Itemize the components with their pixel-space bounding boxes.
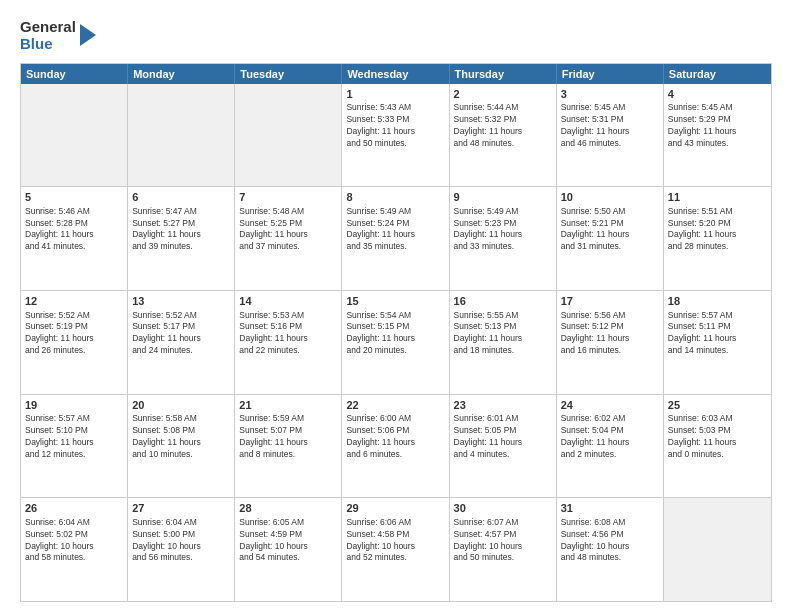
- weekday-header-tuesday: Tuesday: [235, 64, 342, 84]
- calendar-cell-r4c4: 30Sunrise: 6:07 AM Sunset: 4:57 PM Dayli…: [450, 498, 557, 601]
- header: General Blue: [20, 18, 772, 53]
- cell-info: Sunrise: 6:07 AM Sunset: 4:57 PM Dayligh…: [454, 517, 552, 564]
- cell-info: Sunrise: 5:55 AM Sunset: 5:13 PM Dayligh…: [454, 310, 552, 357]
- cell-info: Sunrise: 5:46 AM Sunset: 5:28 PM Dayligh…: [25, 206, 123, 253]
- calendar-cell-r0c1: [128, 84, 235, 187]
- day-number: 19: [25, 398, 123, 413]
- calendar-cell-r3c1: 20Sunrise: 5:58 AM Sunset: 5:08 PM Dayli…: [128, 395, 235, 498]
- cell-info: Sunrise: 5:43 AM Sunset: 5:33 PM Dayligh…: [346, 102, 444, 149]
- logo: General Blue: [20, 18, 97, 53]
- day-number: 30: [454, 501, 552, 516]
- calendar-cell-r2c3: 15Sunrise: 5:54 AM Sunset: 5:15 PM Dayli…: [342, 291, 449, 394]
- calendar-cell-r1c4: 9Sunrise: 5:49 AM Sunset: 5:23 PM Daylig…: [450, 187, 557, 290]
- calendar-cell-r2c5: 17Sunrise: 5:56 AM Sunset: 5:12 PM Dayli…: [557, 291, 664, 394]
- cell-info: Sunrise: 5:57 AM Sunset: 5:11 PM Dayligh…: [668, 310, 767, 357]
- logo-line2: Blue: [20, 35, 76, 52]
- logo-arrow-icon: [79, 22, 97, 48]
- day-number: 21: [239, 398, 337, 413]
- calendar-row-3: 19Sunrise: 5:57 AM Sunset: 5:10 PM Dayli…: [21, 395, 771, 499]
- day-number: 10: [561, 190, 659, 205]
- day-number: 15: [346, 294, 444, 309]
- calendar-cell-r4c2: 28Sunrise: 6:05 AM Sunset: 4:59 PM Dayli…: [235, 498, 342, 601]
- cell-info: Sunrise: 6:04 AM Sunset: 5:02 PM Dayligh…: [25, 517, 123, 564]
- calendar-row-4: 26Sunrise: 6:04 AM Sunset: 5:02 PM Dayli…: [21, 498, 771, 601]
- calendar-cell-r4c6: [664, 498, 771, 601]
- calendar-cell-r3c4: 23Sunrise: 6:01 AM Sunset: 5:05 PM Dayli…: [450, 395, 557, 498]
- day-number: 1: [346, 87, 444, 102]
- day-number: 2: [454, 87, 552, 102]
- calendar-cell-r2c0: 12Sunrise: 5:52 AM Sunset: 5:19 PM Dayli…: [21, 291, 128, 394]
- weekday-header-thursday: Thursday: [450, 64, 557, 84]
- cell-info: Sunrise: 5:57 AM Sunset: 5:10 PM Dayligh…: [25, 413, 123, 460]
- day-number: 26: [25, 501, 123, 516]
- weekday-header-monday: Monday: [128, 64, 235, 84]
- day-number: 17: [561, 294, 659, 309]
- calendar-cell-r3c3: 22Sunrise: 6:00 AM Sunset: 5:06 PM Dayli…: [342, 395, 449, 498]
- cell-info: Sunrise: 6:00 AM Sunset: 5:06 PM Dayligh…: [346, 413, 444, 460]
- day-number: 28: [239, 501, 337, 516]
- cell-info: Sunrise: 6:05 AM Sunset: 4:59 PM Dayligh…: [239, 517, 337, 564]
- cell-info: Sunrise: 5:50 AM Sunset: 5:21 PM Dayligh…: [561, 206, 659, 253]
- calendar-cell-r0c2: [235, 84, 342, 187]
- calendar-cell-r3c0: 19Sunrise: 5:57 AM Sunset: 5:10 PM Dayli…: [21, 395, 128, 498]
- logo-container: General Blue: [20, 18, 97, 53]
- weekday-header-saturday: Saturday: [664, 64, 771, 84]
- weekday-header-friday: Friday: [557, 64, 664, 84]
- cell-info: Sunrise: 5:47 AM Sunset: 5:27 PM Dayligh…: [132, 206, 230, 253]
- day-number: 12: [25, 294, 123, 309]
- calendar-cell-r0c0: [21, 84, 128, 187]
- calendar-body: 1Sunrise: 5:43 AM Sunset: 5:33 PM Daylig…: [21, 84, 771, 602]
- cell-info: Sunrise: 5:49 AM Sunset: 5:24 PM Dayligh…: [346, 206, 444, 253]
- day-number: 27: [132, 501, 230, 516]
- calendar-cell-r1c5: 10Sunrise: 5:50 AM Sunset: 5:21 PM Dayli…: [557, 187, 664, 290]
- calendar-header: SundayMondayTuesdayWednesdayThursdayFrid…: [21, 64, 771, 84]
- calendar-row-1: 5Sunrise: 5:46 AM Sunset: 5:28 PM Daylig…: [21, 187, 771, 291]
- cell-info: Sunrise: 5:58 AM Sunset: 5:08 PM Dayligh…: [132, 413, 230, 460]
- calendar-cell-r0c6: 4Sunrise: 5:45 AM Sunset: 5:29 PM Daylig…: [664, 84, 771, 187]
- day-number: 29: [346, 501, 444, 516]
- cell-info: Sunrise: 5:44 AM Sunset: 5:32 PM Dayligh…: [454, 102, 552, 149]
- calendar-cell-r0c5: 3Sunrise: 5:45 AM Sunset: 5:31 PM Daylig…: [557, 84, 664, 187]
- calendar-cell-r4c5: 31Sunrise: 6:08 AM Sunset: 4:56 PM Dayli…: [557, 498, 664, 601]
- calendar-row-0: 1Sunrise: 5:43 AM Sunset: 5:33 PM Daylig…: [21, 84, 771, 188]
- day-number: 5: [25, 190, 123, 205]
- calendar-cell-r0c3: 1Sunrise: 5:43 AM Sunset: 5:33 PM Daylig…: [342, 84, 449, 187]
- weekday-header-sunday: Sunday: [21, 64, 128, 84]
- cell-info: Sunrise: 6:08 AM Sunset: 4:56 PM Dayligh…: [561, 517, 659, 564]
- cell-info: Sunrise: 5:45 AM Sunset: 5:31 PM Dayligh…: [561, 102, 659, 149]
- calendar-cell-r4c3: 29Sunrise: 6:06 AM Sunset: 4:58 PM Dayli…: [342, 498, 449, 601]
- day-number: 4: [668, 87, 767, 102]
- cell-info: Sunrise: 5:59 AM Sunset: 5:07 PM Dayligh…: [239, 413, 337, 460]
- calendar-cell-r3c5: 24Sunrise: 6:02 AM Sunset: 5:04 PM Dayli…: [557, 395, 664, 498]
- weekday-header-wednesday: Wednesday: [342, 64, 449, 84]
- calendar-cell-r2c2: 14Sunrise: 5:53 AM Sunset: 5:16 PM Dayli…: [235, 291, 342, 394]
- calendar-cell-r2c1: 13Sunrise: 5:52 AM Sunset: 5:17 PM Dayli…: [128, 291, 235, 394]
- day-number: 31: [561, 501, 659, 516]
- calendar-cell-r3c6: 25Sunrise: 6:03 AM Sunset: 5:03 PM Dayli…: [664, 395, 771, 498]
- calendar-cell-r0c4: 2Sunrise: 5:44 AM Sunset: 5:32 PM Daylig…: [450, 84, 557, 187]
- calendar-cell-r1c3: 8Sunrise: 5:49 AM Sunset: 5:24 PM Daylig…: [342, 187, 449, 290]
- day-number: 13: [132, 294, 230, 309]
- page: General Blue SundayMondayTuesdayWednesda…: [0, 0, 792, 612]
- day-number: 22: [346, 398, 444, 413]
- calendar-cell-r2c6: 18Sunrise: 5:57 AM Sunset: 5:11 PM Dayli…: [664, 291, 771, 394]
- day-number: 11: [668, 190, 767, 205]
- logo-text: General Blue: [20, 18, 76, 53]
- cell-info: Sunrise: 5:56 AM Sunset: 5:12 PM Dayligh…: [561, 310, 659, 357]
- cell-info: Sunrise: 5:48 AM Sunset: 5:25 PM Dayligh…: [239, 206, 337, 253]
- cell-info: Sunrise: 5:45 AM Sunset: 5:29 PM Dayligh…: [668, 102, 767, 149]
- calendar-cell-r1c2: 7Sunrise: 5:48 AM Sunset: 5:25 PM Daylig…: [235, 187, 342, 290]
- calendar-cell-r4c1: 27Sunrise: 6:04 AM Sunset: 5:00 PM Dayli…: [128, 498, 235, 601]
- calendar: SundayMondayTuesdayWednesdayThursdayFrid…: [20, 63, 772, 603]
- calendar-cell-r4c0: 26Sunrise: 6:04 AM Sunset: 5:02 PM Dayli…: [21, 498, 128, 601]
- day-number: 16: [454, 294, 552, 309]
- day-number: 24: [561, 398, 659, 413]
- calendar-row-2: 12Sunrise: 5:52 AM Sunset: 5:19 PM Dayli…: [21, 291, 771, 395]
- cell-info: Sunrise: 5:49 AM Sunset: 5:23 PM Dayligh…: [454, 206, 552, 253]
- logo-line1: General: [20, 18, 76, 35]
- calendar-cell-r3c2: 21Sunrise: 5:59 AM Sunset: 5:07 PM Dayli…: [235, 395, 342, 498]
- day-number: 3: [561, 87, 659, 102]
- cell-info: Sunrise: 5:52 AM Sunset: 5:17 PM Dayligh…: [132, 310, 230, 357]
- day-number: 8: [346, 190, 444, 205]
- cell-info: Sunrise: 5:52 AM Sunset: 5:19 PM Dayligh…: [25, 310, 123, 357]
